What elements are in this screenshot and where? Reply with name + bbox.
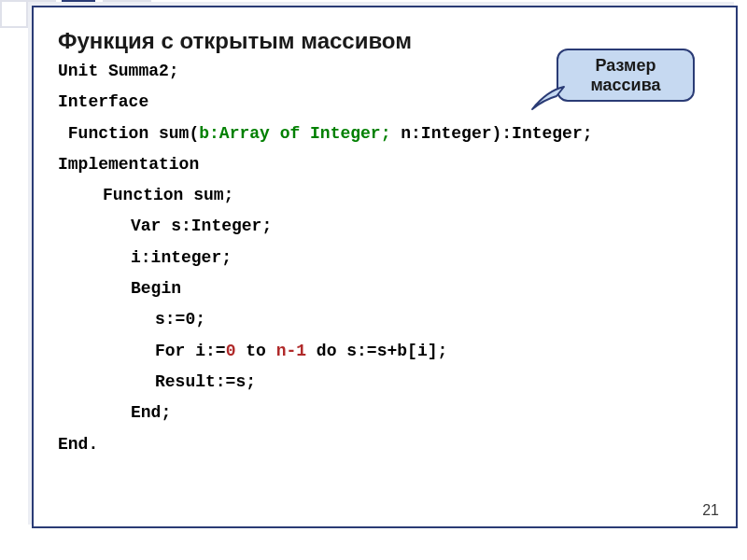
code-text: do s:=s+b[i]; — [306, 342, 447, 360]
code-line: i:integer; — [58, 243, 712, 273]
code-block: Unit Summa2; Interface Function sum(b:Ar… — [58, 56, 712, 460]
code-text: n:Integer):Integer; — [390, 124, 592, 143]
code-line: Function sum; — [58, 180, 712, 211]
code-line: Var s:Integer; — [58, 211, 712, 242]
code-line: Function sum(b:Array of Integer; n:Integ… — [58, 119, 712, 149]
callout-tail-icon — [529, 85, 566, 113]
page-number: 21 — [702, 502, 719, 519]
code-text: to — [235, 342, 275, 360]
code-text: Function sum( — [58, 124, 199, 143]
code-line: End; — [58, 398, 712, 428]
code-line: Implementation — [58, 149, 712, 180]
slide-frame: Функция с открытым массивом Unit Summa2;… — [32, 6, 738, 528]
code-highlight: b:Array of Integer; — [199, 124, 390, 143]
code-line: s:=0; — [58, 304, 712, 335]
callout-line2: массива — [590, 76, 660, 94]
code-highlight: 0 — [226, 342, 236, 360]
callout: Размер массива — [557, 49, 695, 102]
callout-box: Размер массива — [557, 49, 695, 102]
code-highlight: n-1 — [276, 342, 306, 360]
code-text: For i:= — [155, 342, 226, 360]
code-line: End. — [58, 429, 712, 460]
code-line: For i:=0 to n-1 do s:=s+b[i]; — [58, 336, 712, 367]
code-line: Result:=s; — [58, 367, 712, 398]
code-line: Begin — [58, 273, 712, 304]
decor-square — [0, 0, 28, 28]
callout-line1: Размер — [596, 56, 656, 75]
